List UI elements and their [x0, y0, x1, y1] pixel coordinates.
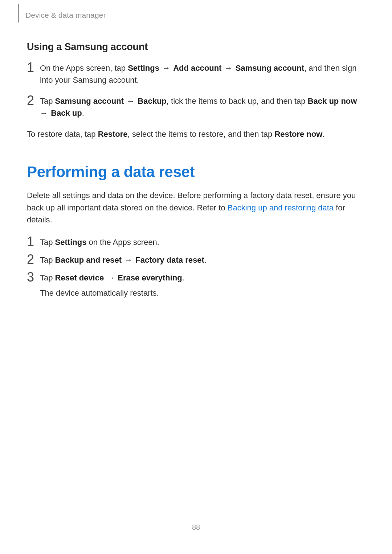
step-item: 2 Tap Backup and reset → Factory data re…: [27, 254, 361, 266]
step-number: 3: [27, 267, 34, 287]
step-number: 2: [27, 250, 34, 270]
restore-note: To restore data, tap Restore, select the…: [27, 128, 361, 140]
section-heading-data-reset: Performing a data reset: [27, 163, 361, 181]
step-item: 1 Tap Settings on the Apps screen.: [27, 236, 361, 248]
breadcrumb: Device & data manager: [25, 11, 106, 20]
section-heading-samsung-account: Using a Samsung account: [27, 41, 361, 53]
page-number: 88: [0, 523, 392, 532]
step-number: 2: [27, 91, 34, 111]
steps-list-reset: 1 Tap Settings on the Apps screen. 2 Tap…: [27, 236, 361, 299]
step-number: 1: [27, 232, 34, 252]
step-number: 1: [27, 58, 34, 78]
content-body: Using a Samsung account 1 On the Apps sc…: [27, 41, 361, 299]
reset-intro: Delete all settings and data on the devi…: [27, 189, 361, 226]
step-text: Tap Settings on the Apps screen.: [40, 238, 159, 247]
steps-list-samsung: 1 On the Apps screen, tap Settings → Add…: [27, 62, 361, 119]
step-subtext: The device automatically restarts.: [40, 287, 361, 299]
page: Device & data manager Using a Samsung ac…: [0, 0, 392, 554]
step-text: On the Apps screen, tap Settings → Add a…: [40, 63, 356, 85]
step-text: Tap Reset device → Erase everything.: [40, 273, 184, 282]
step-item: 3 Tap Reset device → Erase everything. T…: [27, 272, 361, 299]
cross-ref-link[interactable]: Backing up and restoring data: [228, 203, 334, 212]
step-text: Tap Backup and reset → Factory data rese…: [40, 255, 207, 264]
step-item: 2 Tap Samsung account → Backup, tick the…: [27, 95, 361, 119]
step-item: 1 On the Apps screen, tap Settings → Add…: [27, 62, 361, 86]
step-text: Tap Samsung account → Backup, tick the i…: [40, 97, 358, 118]
breadcrumb-rule: [18, 4, 19, 22]
